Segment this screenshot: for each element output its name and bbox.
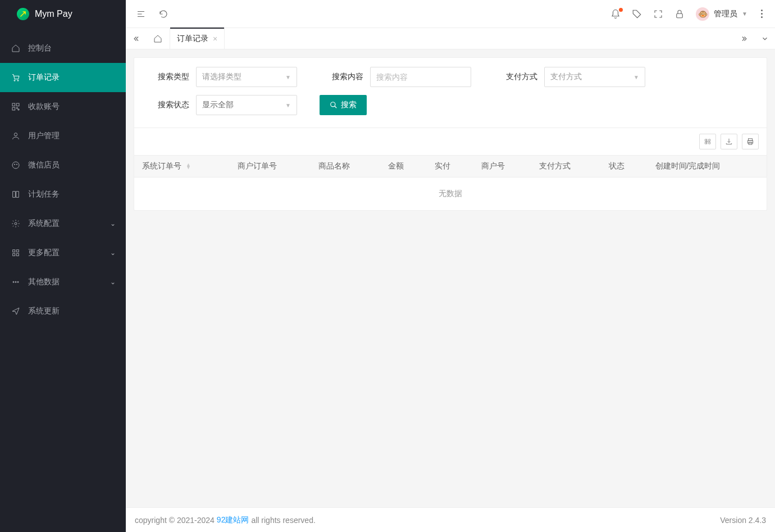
fullscreen-icon[interactable] [653,9,663,19]
pay-method-select[interactable]: 支付方式 ▼ [544,67,645,87]
notification-icon[interactable] [610,9,621,19]
cart-icon [11,73,20,82]
select-placeholder: 请选择类型 [202,72,241,82]
select-placeholder: 支付方式 [550,72,582,82]
svg-point-8 [16,164,17,165]
svg-rect-2 [12,103,15,106]
nav-label: 订单记录 [28,72,60,83]
nav-wechat[interactable]: 微信店员 [0,151,126,180]
select-value: 显示全部 [202,100,234,110]
search-type-select[interactable]: 请选择类型 ▼ [196,67,297,87]
empty-row: 无数据 [134,178,767,211]
chevron-down-icon: ⌄ [110,249,116,257]
svg-point-5 [14,133,17,136]
sort-icon[interactable]: ▲▼ [186,163,191,169]
copyright-prefix: copyright © 2021-2024 [135,516,215,525]
col-product: 商品名称 [311,156,380,178]
nav-system-config[interactable]: 系统配置 ⌄ [0,209,126,238]
header: 🐵 管理员 ▼ [126,0,775,28]
brand-name: Mym Pay [35,9,72,19]
caret-down-icon: ▼ [742,11,747,17]
nav-label: 控制台 [28,43,52,53]
nav-system-update[interactable]: 系统更新 [0,297,126,326]
col-time: 创建时间/完成时间 [648,156,767,178]
search-content-label: 搜索内容 [320,72,370,82]
col-amount: 金额 [380,156,427,178]
nav-dashboard[interactable]: 控制台 [0,34,126,63]
nav-accounts[interactable]: 收款账号 [0,92,126,121]
nav-other-data[interactable]: 其他数据 ⌄ [0,267,126,297]
svg-rect-11 [16,250,19,252]
refresh-icon[interactable] [158,9,168,19]
tabs-menu-button[interactable] [755,28,775,49]
nav-users[interactable]: 用户管理 [0,121,126,151]
tab-home[interactable] [146,28,170,49]
main: 🐵 管理员 ▼ 订单记录 × [126,0,775,532]
orders-table: 系统订单号 ▲▼ 商户订单号 商品名称 金额 实付 商户号 支付方式 状态 创建… [134,155,767,210]
footer-link[interactable]: 92建站网 [217,515,249,525]
nav-label: 收款账号 [28,102,60,112]
svg-rect-3 [16,103,19,106]
search-button-label: 搜索 [341,100,357,110]
nav: 控制台 订单记录 收款账号 用户管理 微信店员 计划任务 [0,28,126,532]
book-icon [11,190,20,199]
print-button[interactable] [742,134,759,149]
nav-label: 微信店员 [28,160,60,170]
nav-label: 计划任务 [28,189,60,199]
menu-toggle-icon[interactable] [136,9,146,19]
lock-icon[interactable] [674,9,685,19]
svg-point-0 [14,80,15,81]
tab-orders[interactable]: 订单记录 × [170,28,225,49]
avatar: 🐵 [696,7,709,21]
col-status: 状态 [601,156,648,178]
svg-point-15 [15,281,16,283]
nav-orders[interactable]: 订单记录 [0,63,126,92]
search-content-input[interactable] [376,72,465,81]
col-paid: 实付 [427,156,473,178]
nav-more-config[interactable]: 更多配置 ⌄ [0,238,126,267]
version: Version 2.4.3 [720,516,766,525]
tab-close-icon[interactable]: × [213,34,217,43]
user-menu[interactable]: 🐵 管理员 ▼ [696,7,747,21]
col-pay-method: 支付方式 [531,156,601,178]
tabs-prev-button[interactable] [126,28,146,49]
dots-icon [11,278,20,287]
search-status-select[interactable]: 显示全部 ▼ [196,95,297,115]
table-toolbar [134,128,767,155]
export-button[interactable] [721,134,737,149]
svg-point-7 [14,164,15,165]
user-name: 管理员 [714,9,737,19]
search-panel: 搜索类型 请选择类型 ▼ 搜索内容 [134,57,767,211]
nav-label: 其他数据 [28,277,60,287]
svg-point-16 [17,281,19,283]
svg-rect-17 [677,13,683,18]
nav-label: 系统更新 [28,306,60,316]
nav-label: 系统配置 [28,219,60,229]
nav-label: 更多配置 [28,248,60,258]
grid-icon [11,248,20,257]
copyright-suffix: all rights reserved. [251,516,315,525]
chevron-down-icon: ⌄ [110,278,116,286]
tab-label: 订单记录 [177,34,208,44]
caret-down-icon: ▼ [285,74,291,80]
nav-tasks[interactable]: 计划任务 [0,180,126,209]
svg-point-6 [12,162,19,169]
more-icon[interactable] [759,10,765,18]
svg-rect-19 [749,139,753,141]
gear-icon [11,219,20,228]
col-system-order[interactable]: 系统订单号 ▲▼ [134,156,230,178]
tabs-next-button[interactable] [735,28,755,49]
columns-button[interactable] [699,134,716,149]
search-status-label: 搜索状态 [145,100,196,110]
content: 搜索类型 请选择类型 ▼ 搜索内容 [126,49,775,507]
tag-icon[interactable] [632,9,642,19]
search-button[interactable]: 搜索 [320,95,367,115]
svg-rect-10 [13,250,15,252]
wechat-icon [11,161,20,170]
user-icon [11,131,20,140]
svg-rect-13 [16,253,19,256]
search-content-input-wrapper [370,67,471,87]
svg-rect-12 [13,253,15,256]
logo[interactable]: Mym Pay [0,0,126,28]
empty-text: 无数据 [134,178,767,211]
